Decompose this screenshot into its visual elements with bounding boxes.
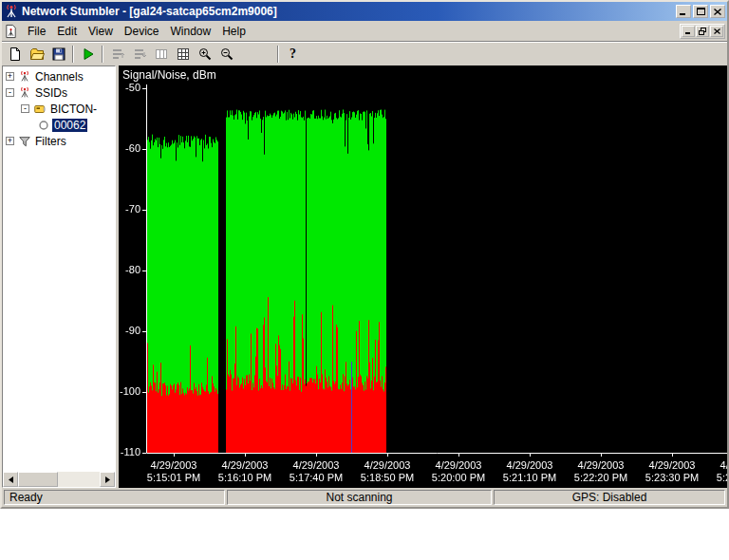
scroll-left-button[interactable] (3, 472, 18, 487)
scrollbar-track[interactable] (58, 472, 100, 487)
tree-item-label: Channels (33, 70, 85, 84)
tree-item-bicton[interactable]: - BICTON- (3, 101, 115, 117)
app-window: Network Stumbler - [gal24-satcap65cm2m90… (0, 0, 729, 509)
status-ready: Ready (4, 490, 225, 505)
open-folder-icon (29, 47, 45, 62)
tree-item-ssids[interactable]: - SSIDs (3, 84, 115, 101)
tree-item-label: Filters (33, 135, 68, 148)
menu-help[interactable]: Help (216, 23, 252, 40)
app-icon[interactable] (4, 4, 19, 19)
zoom-in-icon (197, 47, 213, 62)
maximize-button[interactable] (693, 5, 708, 18)
mdi-minimize-button[interactable] (682, 26, 695, 37)
zoom-out-icon (219, 47, 234, 62)
mdi-close-button[interactable] (710, 26, 723, 37)
mdi-window-controls (680, 24, 725, 39)
open-file-button[interactable] (26, 44, 47, 65)
network-tree-panel: + Channels - SSIDs - (2, 65, 116, 488)
start-scan-button[interactable] (77, 44, 99, 65)
circle-icon (36, 118, 50, 132)
menu-window[interactable]: Window (165, 23, 217, 40)
filter-icon (17, 134, 31, 148)
help-icon: ? (290, 47, 296, 62)
expand-toggle[interactable]: + (6, 72, 14, 81)
arrow-left-icon (9, 476, 13, 483)
list-up-icon (110, 47, 125, 62)
play-icon (81, 47, 96, 62)
grid-view-button[interactable] (172, 44, 194, 65)
tree-item-label-selected: 00062 (52, 119, 87, 132)
tool-a-button[interactable] (106, 44, 128, 65)
save-icon (51, 47, 66, 62)
columns-icon (154, 47, 169, 62)
status-bar: Ready Not scanning GPS: Disabled (2, 488, 727, 507)
toolbar-separator (102, 46, 103, 63)
zoom-out-button[interactable] (215, 44, 237, 65)
status-ready-text: Ready (9, 491, 43, 504)
mdi-minimize-icon (685, 28, 692, 34)
help-button[interactable]: ? (282, 44, 304, 65)
save-button[interactable] (47, 44, 69, 65)
tree-horizontal-scrollbar (3, 472, 115, 487)
tool-c-button[interactable] (150, 44, 172, 65)
title-bar: Network Stumbler - [gal24-satcap65cm2m90… (2, 2, 727, 21)
arrow-right-icon (105, 476, 110, 483)
signal-noise-chart (119, 65, 727, 488)
close-button[interactable] (710, 5, 725, 18)
grid-icon (176, 47, 191, 62)
menu-bar: File Edit View Device Window Help (2, 21, 727, 41)
menu-view[interactable]: View (83, 23, 119, 40)
antenna-icon (17, 85, 31, 100)
tree-item-channels[interactable]: + Channels (3, 68, 115, 84)
list-down-icon (132, 47, 147, 62)
zoom-in-button[interactable] (194, 44, 215, 65)
status-gps: GPS: Disabled (494, 490, 725, 505)
network-tree: + Channels - SSIDs - (3, 66, 115, 472)
tree-item-label: SSIDs (33, 86, 69, 100)
toolbar: ? (2, 41, 727, 65)
toolbar-separator (72, 46, 74, 63)
toolbar-separator (277, 46, 279, 63)
adapter-icon (32, 102, 47, 116)
mdi-close-icon (714, 28, 720, 34)
collapse-toggle[interactable]: - (21, 104, 29, 113)
expand-toggle[interactable]: + (6, 137, 14, 145)
tree-item-label: BICTON- (48, 103, 99, 116)
status-gps-text: GPS: Disabled (572, 491, 647, 504)
scrollbar-thumb[interactable] (18, 472, 58, 487)
signal-chart-area (119, 65, 727, 488)
tree-item-filters[interactable]: + Filters (3, 133, 115, 149)
mdi-restore-icon (699, 28, 706, 35)
tool-b-button[interactable] (128, 44, 150, 65)
menu-file[interactable]: File (22, 23, 51, 40)
window-title: Network Stumbler - [gal24-satcap65cm2m90… (22, 5, 673, 18)
main-area: + Channels - SSIDs - (2, 65, 727, 488)
antenna-icon (17, 69, 31, 84)
menu-device[interactable]: Device (119, 23, 165, 40)
new-file-button[interactable] (4, 44, 26, 65)
tree-item-00062[interactable]: 00062 (3, 117, 115, 133)
close-icon (714, 9, 721, 15)
status-scanning: Not scanning (227, 490, 492, 505)
scroll-right-button[interactable] (100, 472, 115, 487)
mdi-restore-button[interactable] (696, 26, 709, 37)
collapse-toggle[interactable]: - (6, 88, 14, 97)
minimize-button[interactable] (676, 5, 691, 18)
document-icon[interactable] (4, 24, 18, 39)
new-file-icon (8, 47, 23, 62)
status-scanning-text: Not scanning (326, 491, 392, 504)
maximize-icon (697, 8, 705, 15)
menu-edit[interactable]: Edit (51, 23, 83, 40)
minimize-icon (680, 9, 687, 15)
